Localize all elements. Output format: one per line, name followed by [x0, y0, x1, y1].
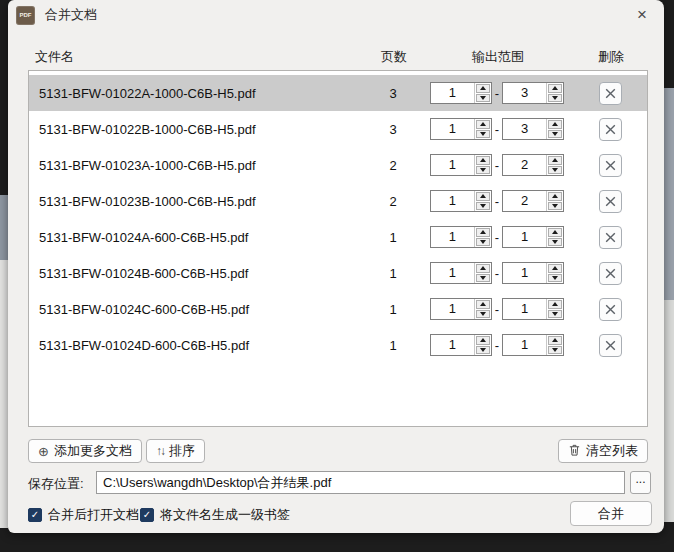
- range-from-value[interactable]: 1: [431, 227, 474, 247]
- spin-down-button[interactable]: [476, 130, 490, 139]
- spin-down-button[interactable]: [476, 274, 490, 283]
- spin-up-button[interactable]: [548, 228, 562, 237]
- range-to-value[interactable]: 1: [503, 335, 546, 355]
- range-to-spinner[interactable]: 1: [502, 298, 564, 320]
- range-to-spinner[interactable]: 1: [502, 262, 564, 284]
- spin-up-button[interactable]: [548, 336, 562, 345]
- spin-down-button[interactable]: [548, 346, 562, 355]
- spin-down-button[interactable]: [548, 310, 562, 319]
- range-to-value[interactable]: 1: [503, 299, 546, 319]
- sort-button[interactable]: ↑↓ 排序: [146, 439, 205, 463]
- delete-button[interactable]: [599, 334, 622, 357]
- spin-up-button[interactable]: [548, 84, 562, 93]
- range-to-value[interactable]: 1: [503, 227, 546, 247]
- spin-up-button[interactable]: [548, 192, 562, 201]
- spin-up-button[interactable]: [476, 156, 490, 165]
- range-to-value[interactable]: 3: [503, 83, 546, 103]
- table-row[interactable]: 5131-BFW-01022B-1000-C6B-H5.pdf 3 1 - 3: [29, 111, 647, 147]
- file-list[interactable]: 5131-BFW-01022A-1000-C6B-H5.pdf 3 1 - 3 …: [28, 70, 648, 427]
- spin-up-button[interactable]: [548, 300, 562, 309]
- spin-down-button[interactable]: [476, 202, 490, 211]
- spin-up-button[interactable]: [476, 192, 490, 201]
- spin-up-button[interactable]: [476, 264, 490, 273]
- delete-button[interactable]: [599, 226, 622, 249]
- delete-button[interactable]: [599, 82, 622, 105]
- spin-down-button[interactable]: [476, 166, 490, 175]
- spin-up-button[interactable]: [476, 300, 490, 309]
- range-to-spinner[interactable]: 2: [502, 154, 564, 176]
- spin-down-button[interactable]: [548, 202, 562, 211]
- page-count: 3: [365, 122, 421, 137]
- save-path-input[interactable]: C:\Users\wangdh\Desktop\合并结果.pdf: [96, 471, 625, 494]
- range-to-spinner[interactable]: 2: [502, 190, 564, 212]
- range-from-value[interactable]: 1: [431, 83, 474, 103]
- range-to-spinner[interactable]: 1: [502, 334, 564, 356]
- bookmark-from-filename-option[interactable]: ✓ 将文件名生成一级书签: [140, 506, 290, 524]
- range-from-spinner[interactable]: 1: [430, 226, 492, 248]
- range-from-spinner[interactable]: 1: [430, 154, 492, 176]
- range-separator: -: [495, 194, 499, 209]
- spin-up-button[interactable]: [476, 120, 490, 129]
- table-row[interactable]: 5131-BFW-01022A-1000-C6B-H5.pdf 3 1 - 3: [29, 75, 647, 111]
- spin-down-button[interactable]: [476, 94, 490, 103]
- output-range-cell: 1 - 1: [421, 334, 573, 356]
- range-to-value[interactable]: 2: [503, 191, 546, 211]
- range-from-spinner[interactable]: 1: [430, 190, 492, 212]
- table-row[interactable]: 5131-BFW-01023A-1000-C6B-H5.pdf 2 1 - 2: [29, 147, 647, 183]
- background-window-sliver: [663, 88, 674, 300]
- open-after-merge-option[interactable]: ✓ 合并后打开文档: [28, 506, 139, 524]
- delete-button[interactable]: [599, 190, 622, 213]
- delete-button[interactable]: [599, 298, 622, 321]
- delete-button[interactable]: [599, 262, 622, 285]
- browse-button[interactable]: ...: [630, 471, 651, 494]
- range-to-spinner[interactable]: 3: [502, 82, 564, 104]
- range-to-spinner[interactable]: 1: [502, 226, 564, 248]
- spin-down-button[interactable]: [548, 94, 562, 103]
- table-row[interactable]: 5131-BFW-01024B-600-C6B-H5.pdf 1 1 - 1: [29, 255, 647, 291]
- spin-down-button[interactable]: [548, 274, 562, 283]
- spin-down-button[interactable]: [548, 238, 562, 247]
- range-to-spinner[interactable]: 3: [502, 118, 564, 140]
- spin-down-button[interactable]: [476, 310, 490, 319]
- open-after-merge-checkbox[interactable]: ✓: [28, 508, 42, 522]
- range-to-value[interactable]: 1: [503, 263, 546, 283]
- sort-label: 排序: [169, 442, 195, 460]
- merge-button[interactable]: 合并: [570, 501, 652, 526]
- range-to-value[interactable]: 3: [503, 119, 546, 139]
- spin-down-button[interactable]: [476, 346, 490, 355]
- table-row[interactable]: 5131-BFW-01024A-600-C6B-H5.pdf 1 1 - 1: [29, 219, 647, 255]
- range-from-value[interactable]: 1: [431, 263, 474, 283]
- spin-up-button[interactable]: [548, 264, 562, 273]
- spin-down-button[interactable]: [476, 238, 490, 247]
- table-row[interactable]: 5131-BFW-01024C-600-C6B-H5.pdf 1 1 - 1: [29, 291, 647, 327]
- range-to-value[interactable]: 2: [503, 155, 546, 175]
- output-range-cell: 1 - 3: [421, 118, 573, 140]
- delete-button[interactable]: [599, 154, 622, 177]
- spin-up-button[interactable]: [476, 84, 490, 93]
- spin-up-button[interactable]: [476, 228, 490, 237]
- range-from-spinner[interactable]: 1: [430, 262, 492, 284]
- range-from-spinner[interactable]: 1: [430, 334, 492, 356]
- arrow-down-icon: [552, 312, 558, 316]
- bookmark-from-filename-checkbox[interactable]: ✓: [140, 508, 154, 522]
- clear-list-button[interactable]: 清空列表: [558, 439, 648, 463]
- spin-up-button[interactable]: [548, 156, 562, 165]
- range-from-value[interactable]: 1: [431, 299, 474, 319]
- spin-down-button[interactable]: [548, 130, 562, 139]
- close-icon[interactable]: ×: [631, 4, 653, 26]
- arrow-up-icon: [480, 158, 486, 162]
- range-from-value[interactable]: 1: [431, 119, 474, 139]
- spin-up-button[interactable]: [548, 120, 562, 129]
- range-from-value[interactable]: 1: [431, 155, 474, 175]
- range-from-spinner[interactable]: 1: [430, 298, 492, 320]
- spin-up-button[interactable]: [476, 336, 490, 345]
- table-row[interactable]: 5131-BFW-01023B-1000-C6B-H5.pdf 2 1 - 2: [29, 183, 647, 219]
- range-from-spinner[interactable]: 1: [430, 118, 492, 140]
- spin-down-button[interactable]: [548, 166, 562, 175]
- range-from-spinner[interactable]: 1: [430, 82, 492, 104]
- range-from-value[interactable]: 1: [431, 191, 474, 211]
- add-more-documents-button[interactable]: ⊕ 添加更多文档: [28, 439, 142, 463]
- delete-button[interactable]: [599, 118, 622, 141]
- range-from-value[interactable]: 1: [431, 335, 474, 355]
- table-row[interactable]: 5131-BFW-01024D-600-C6B-H5.pdf 1 1 - 1: [29, 327, 647, 363]
